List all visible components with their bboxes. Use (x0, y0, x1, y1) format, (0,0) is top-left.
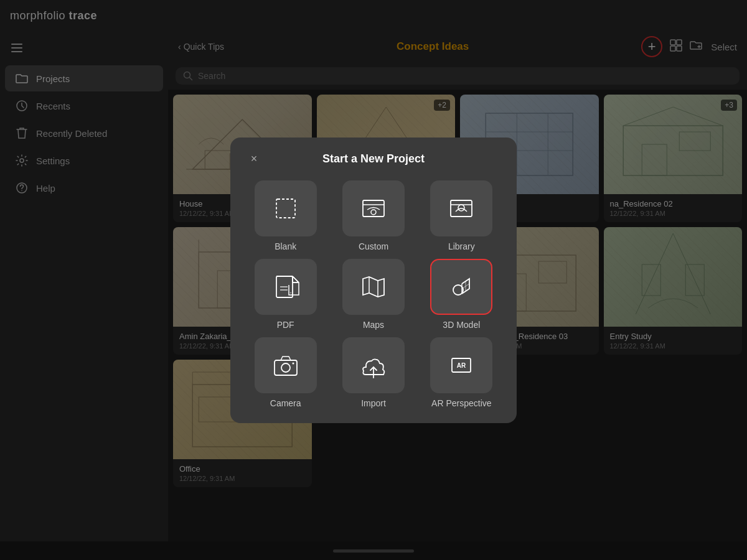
svg-rect-68 (275, 360, 297, 375)
svg-point-55 (458, 205, 464, 211)
svg-text:AR: AR (457, 362, 466, 369)
3d-model-icon-box (430, 259, 492, 315)
modal-option-3d-model[interactable]: 3D Model (421, 259, 502, 330)
modal-overlay[interactable]: × Start a New Project Blank (0, 0, 747, 560)
maps-label: Maps (363, 320, 384, 330)
pdf-icon-box: + (255, 259, 317, 315)
svg-point-69 (281, 363, 290, 372)
library-icon-box (430, 180, 492, 236)
camera-label: Camera (270, 398, 301, 408)
modal-options-grid: Blank Custom (245, 180, 502, 408)
import-icon-box (342, 337, 405, 393)
svg-rect-50 (276, 199, 295, 218)
svg-point-53 (371, 210, 376, 215)
maps-icon-box (342, 259, 405, 315)
custom-label: Custom (359, 241, 388, 251)
custom-icon-box (342, 180, 405, 236)
modal-option-pdf[interactable]: + PDF (245, 259, 326, 330)
3d-model-label: 3D Model (443, 320, 480, 330)
modal-header: × Start a New Project (245, 152, 502, 166)
modal-option-blank[interactable]: Blank (245, 180, 326, 251)
modal-option-maps[interactable]: Maps (333, 259, 413, 330)
blank-icon-box (255, 180, 317, 236)
modal-option-library[interactable]: Library (421, 180, 502, 251)
library-label: Library (448, 241, 475, 251)
blank-label: Blank (275, 241, 296, 251)
modal-title: Start a New Project (322, 152, 425, 166)
new-project-modal: × Start a New Project Blank (230, 138, 517, 423)
ar-icon-box: AR (430, 337, 492, 393)
modal-option-import[interactable]: Import (333, 337, 413, 408)
pdf-label: PDF (277, 320, 294, 330)
ar-perspective-label: AR Perspective (431, 398, 491, 408)
modal-option-custom[interactable]: Custom (333, 180, 413, 251)
svg-point-70 (292, 362, 294, 364)
svg-text:+: + (289, 291, 291, 294)
modal-option-ar-perspective[interactable]: AR AR Perspective (421, 337, 502, 408)
import-label: Import (361, 398, 386, 408)
svg-rect-51 (363, 200, 384, 217)
modal-option-camera[interactable]: Camera (245, 337, 326, 408)
modal-close-button[interactable]: × (245, 150, 263, 167)
camera-icon-box (255, 337, 317, 393)
